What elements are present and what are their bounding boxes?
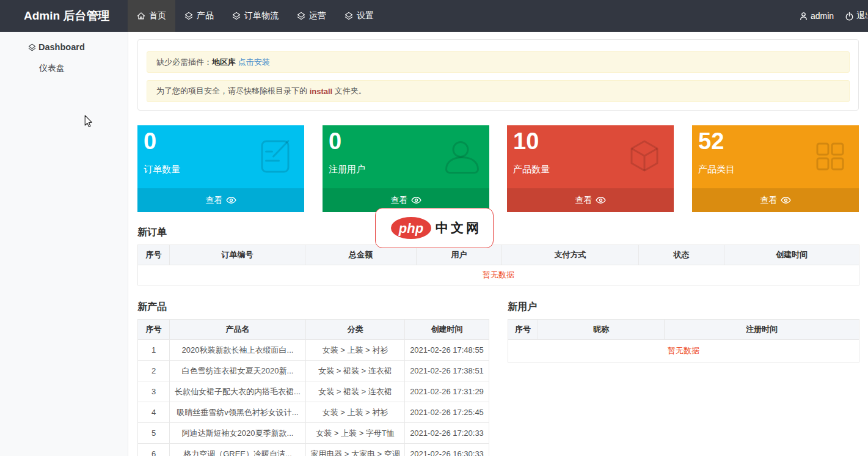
svg-text:php: php bbox=[398, 221, 423, 236]
